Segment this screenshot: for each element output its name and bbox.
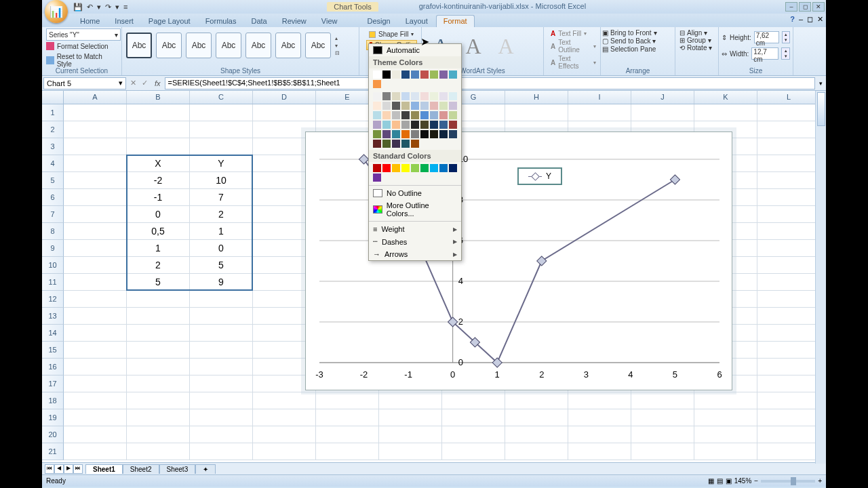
cell-L8[interactable]: [757, 223, 821, 240]
tab-formulas[interactable]: Formulas: [199, 16, 243, 27]
row-header-19[interactable]: 19: [42, 409, 64, 426]
row-header-11[interactable]: 11: [42, 274, 64, 291]
cell-C11[interactable]: 9: [190, 274, 253, 291]
cell-J19[interactable]: [631, 409, 694, 426]
theme-color[interactable]: [382, 70, 391, 79]
cell-C4[interactable]: Y: [190, 155, 253, 172]
cell-B10[interactable]: 2: [127, 257, 190, 274]
cell-F19[interactable]: [379, 409, 442, 426]
fx-icon[interactable]: fx: [151, 79, 165, 87]
theme-shade[interactable]: [401, 130, 410, 138]
cell-A11[interactable]: [64, 274, 127, 291]
theme-shade[interactable]: [430, 121, 438, 129]
row-header-18[interactable]: 18: [42, 392, 64, 409]
cell-C6[interactable]: 7: [190, 189, 253, 206]
theme-shade[interactable]: [420, 102, 429, 110]
cell-J21[interactable]: [631, 443, 694, 460]
theme-shade[interactable]: [430, 92, 438, 100]
cell-F18[interactable]: [379, 392, 442, 409]
cell-A14[interactable]: [64, 325, 127, 342]
tab-format[interactable]: Format: [436, 15, 475, 27]
select-all-corner[interactable]: [42, 91, 64, 104]
cell-A9[interactable]: [64, 240, 127, 257]
shape-style-4[interactable]: Abc: [216, 33, 241, 58]
theme-color[interactable]: [401, 70, 410, 79]
row-header-20[interactable]: 20: [42, 426, 64, 443]
wordart-style-3[interactable]: A: [491, 31, 521, 61]
cell-B4[interactable]: X: [127, 155, 190, 172]
zoom-out-button[interactable]: −: [754, 477, 758, 485]
cell-D19[interactable]: [253, 409, 316, 426]
theme-shade[interactable]: [373, 111, 381, 119]
theme-shade[interactable]: [373, 92, 381, 100]
no-outline-item[interactable]: No Outline: [369, 187, 461, 199]
cell-I20[interactable]: [568, 426, 631, 443]
cell-J20[interactable]: [631, 426, 694, 443]
theme-shade[interactable]: [439, 92, 448, 100]
theme-color[interactable]: [392, 70, 400, 79]
cell-H18[interactable]: [505, 392, 568, 409]
theme-shade[interactable]: [411, 140, 419, 148]
zoom-level[interactable]: 145%: [734, 477, 752, 485]
cell-L16[interactable]: [757, 359, 821, 375]
cell-K20[interactable]: [694, 426, 757, 443]
cell-H20[interactable]: [505, 426, 568, 443]
cell-I19[interactable]: [568, 409, 631, 426]
row-header-8[interactable]: 8: [42, 223, 64, 240]
row-header-14[interactable]: 14: [42, 325, 64, 342]
cell-H21[interactable]: [505, 443, 568, 460]
cell-J18[interactable]: [631, 392, 694, 409]
theme-shade[interactable]: [449, 92, 457, 100]
bring-to-front-button[interactable]: ▣ Bring to Front ▾: [602, 29, 673, 37]
next-sheet-button[interactable]: ▶: [64, 464, 73, 474]
theme-shade[interactable]: [392, 130, 400, 138]
cell-A1[interactable]: [64, 104, 127, 121]
cell-G18[interactable]: [442, 392, 505, 409]
cell-B21[interactable]: [127, 443, 190, 460]
shape-style-5[interactable]: Abc: [245, 33, 271, 58]
rotate-button[interactable]: ⟲ Rotate ▾: [679, 44, 714, 52]
cell-C7[interactable]: 2: [190, 206, 253, 223]
theme-shade[interactable]: [401, 111, 410, 119]
theme-shade[interactable]: [401, 102, 410, 110]
selection-pane-button[interactable]: ▤ Selection Pane: [602, 45, 673, 53]
theme-shade[interactable]: [392, 92, 400, 100]
cell-C10[interactable]: 5: [190, 257, 253, 274]
tab-data[interactable]: Data: [244, 16, 273, 27]
chart-element-selector[interactable]: Series "Y"▾: [46, 28, 121, 41]
undo-icon[interactable]: ↶: [87, 3, 93, 12]
cell-A2[interactable]: [64, 121, 127, 138]
theme-shade[interactable]: [420, 92, 429, 100]
shape-style-3[interactable]: Abc: [186, 33, 212, 58]
cell-B12[interactable]: [127, 291, 190, 308]
cell-G21[interactable]: [442, 443, 505, 460]
cell-A16[interactable]: [64, 359, 127, 375]
cell-B6[interactable]: -1: [127, 189, 190, 206]
cell-C17[interactable]: [190, 375, 253, 392]
text-effects-button[interactable]: AText Effects▾: [551, 55, 596, 70]
theme-color[interactable]: [373, 70, 381, 79]
cell-B3[interactable]: [127, 138, 190, 155]
col-header-h[interactable]: H: [505, 91, 568, 104]
minimize-button[interactable]: –: [785, 2, 797, 12]
standard-color[interactable]: [382, 164, 391, 172]
zoom-slider[interactable]: [761, 480, 815, 483]
cell-A8[interactable]: [64, 223, 127, 240]
theme-shade[interactable]: [420, 130, 429, 138]
cell-C1[interactable]: [190, 104, 253, 121]
cell-B11[interactable]: 5: [127, 274, 190, 291]
cell-I21[interactable]: [568, 443, 631, 460]
cell-B13[interactable]: [127, 308, 190, 325]
cell-E19[interactable]: [316, 409, 379, 426]
theme-shade[interactable]: [449, 121, 457, 129]
theme-shade[interactable]: [373, 140, 381, 148]
theme-shade[interactable]: [401, 92, 410, 100]
theme-shade[interactable]: [401, 140, 410, 148]
cell-A17[interactable]: [64, 375, 127, 392]
view-break-icon[interactable]: ▣: [726, 477, 732, 485]
cell-L9[interactable]: [757, 240, 821, 257]
cell-L4[interactable]: [757, 155, 821, 172]
cell-F20[interactable]: [379, 426, 442, 443]
theme-shade[interactable]: [373, 121, 381, 129]
height-control[interactable]: ⇕ Height:7,62 cm▴▾: [722, 31, 790, 43]
